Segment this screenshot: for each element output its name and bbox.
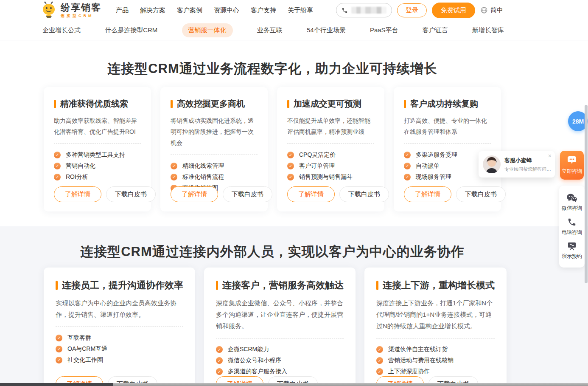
card-connect-customers: 连接客户，营销服务高效触达 深度集成企业微信、公众号、小程序，并整合多个沟通渠道… [204, 268, 356, 386]
bullet-item: ✓社交化工作圈 [56, 356, 183, 364]
bullet-item: ✓标准化销售流程 [171, 173, 258, 181]
card-title: 连接员工，提升沟通协作效率 [62, 279, 183, 292]
nav-item-resources[interactable]: 资源中心 [214, 6, 239, 14]
agent-description: 专业顾问帮您解答问题... [504, 166, 552, 172]
bullet-label: 标准化销售流程 [182, 173, 224, 181]
whitepaper-button[interactable]: 下载白皮书 [456, 186, 506, 202]
check-icon: ✓ [287, 174, 294, 180]
dashed-divider [287, 144, 374, 144]
check-icon: ✓ [216, 346, 223, 353]
subnav-item-business-interconnect[interactable]: 业务互联 [257, 23, 283, 37]
whitepaper-button[interactable]: 下载白皮书 [106, 186, 156, 202]
secondary-nav: 企业增长公式 什么是连接型CRM 营销服一体化 业务互联 54个行业场景 Paa… [0, 20, 588, 40]
bullet-item: ✓精细化线索管理 [171, 162, 258, 170]
detail-button[interactable]: 了解详情 [287, 186, 335, 202]
check-icon: ✓ [287, 163, 294, 169]
bullet-item: ✓多种营销类型工具支持 [54, 151, 141, 159]
bullet-item: ✓微信公众号和小程序 [216, 357, 344, 364]
language-label: 简中 [490, 6, 503, 14]
section2-heading: 连接型CRM通过连接内外部人员，实现以客户为中心的业务协作 [0, 243, 545, 261]
nav-item-support[interactable]: 客户支持 [251, 6, 276, 14]
subnav-item-industry-scenarios[interactable]: 54个行业场景 [307, 23, 346, 37]
bullet-label: 营销活动与费用在线核销 [388, 357, 454, 364]
card-deals: 加速成交更可预测 不仅能提升成单效率，还能智能评估商机赢率，精准预测业绩 ✓CP… [277, 87, 384, 211]
nav-item-about[interactable]: 关于纷享 [288, 6, 313, 14]
bullet-label: 渠道伙伴自主在线订货 [388, 346, 448, 353]
demo-booking-item[interactable]: 演示预约 [562, 241, 582, 260]
section2-cards: 连接员工，提升沟通协作效率 实现以客户为中心的企业内全员高效业务协作，提升销售、… [44, 268, 501, 386]
main-nav: 产品 解决方案 客户案例 资源中心 客户支持 关于纷享 [116, 6, 313, 14]
title-accent-bar [376, 281, 378, 290]
bullet-item: ✓CPQ灵活定价 [287, 151, 374, 159]
dashed-divider [376, 338, 495, 338]
check-icon: ✓ [216, 368, 223, 375]
check-icon: ✓ [56, 335, 62, 341]
consult-now-button[interactable]: 立即咨询 [560, 151, 584, 180]
detail-button[interactable]: 了解详情 [54, 186, 101, 202]
subnav-item-paas[interactable]: PaaS平台 [370, 23, 398, 37]
phone-contact-pill[interactable] [336, 3, 392, 17]
language-switcher[interactable]: 简中 [480, 6, 503, 14]
side-item-label: 微信咨询 [562, 205, 582, 212]
handset-icon [567, 217, 577, 227]
card-connect-employees: 连接员工，提升沟通协作效率 实现以客户为中心的企业内全员高效业务协作，提升销售、… [44, 268, 195, 386]
bullet-item: ✓多渠道服务受理 [404, 151, 491, 159]
title-accent-bar [287, 100, 289, 108]
subnav-item-what-is-crm[interactable]: 什么是连接型CRM [105, 23, 157, 37]
chat-bubble-icon [567, 155, 577, 165]
bullet-label: 多种营销类型工具支持 [66, 151, 125, 159]
side-item-label: 电话咨询 [562, 229, 582, 236]
agent-name: 客服小蜜蜂 [504, 157, 552, 164]
title-accent-bar [404, 100, 406, 108]
check-icon: ✓ [54, 174, 61, 180]
bullet-label: 多渠道服务受理 [416, 151, 457, 159]
title-accent-bar [216, 281, 218, 290]
bullet-label: 多渠道的客户服务接入 [228, 368, 287, 375]
card-description: 深度连接上下游业务，打通1个厂家和N个代理商/经销商的1+N业务连接模式，可通过… [376, 297, 495, 332]
wechat-icon [566, 193, 577, 203]
dashed-divider [56, 327, 183, 327]
check-icon: ✓ [54, 152, 61, 158]
bullet-item: ✓现场服务管理 [404, 173, 491, 181]
horizontal-scrollbar-thumb[interactable] [0, 383, 113, 386]
card-title: 高效挖掘更多商机 [177, 98, 245, 110]
subnav-item-testimonials[interactable]: 客户证言 [423, 23, 448, 37]
brand-name: 纷享销客 [61, 3, 101, 12]
wechat-consult-item[interactable]: 微信咨询 [562, 193, 582, 212]
subnav-item-marketing-sales-service[interactable]: 营销服一体化 [182, 23, 233, 37]
bee-mascot-icon [40, 1, 57, 19]
bullet-label: 社交化工作圈 [67, 356, 103, 364]
agent-avatar [483, 155, 501, 173]
detail-button[interactable]: 了解详情 [171, 186, 218, 202]
card-description: 打造高效、便捷、专业的一体化在线服务管理和体系 [404, 115, 491, 137]
nav-item-solutions[interactable]: 解决方案 [140, 6, 165, 14]
close-icon[interactable]: × [548, 153, 552, 159]
nav-item-products[interactable]: 产品 [116, 6, 129, 14]
brand-logo[interactable]: 纷享销客 连接型CRM [40, 1, 101, 19]
card-description: 深度集成企业微信、公众号、小程序，并整合多个沟通渠道，让企业直连客户，便捷开展营… [216, 297, 344, 332]
card-title: 客户成功持续复购 [410, 98, 478, 110]
card-title: 连接上下游，重构增长模式 [383, 279, 495, 292]
check-icon: ✓ [216, 357, 223, 364]
section1-heading: 连接型CRM通过业务流程数字化，助力企业可持续增长 [0, 60, 545, 78]
bullet-label: OA与CRM互通 [67, 345, 107, 353]
phone-consult-item[interactable]: 电话咨询 [562, 217, 582, 236]
whitepaper-button[interactable]: 下载白皮书 [339, 186, 389, 202]
whitepaper-button[interactable]: 下载白皮书 [223, 186, 272, 202]
detail-button[interactable]: 了解详情 [404, 186, 451, 202]
vertical-scrollbar-thumb[interactable] [585, 105, 588, 283]
bullet-item: ✓渠道伙伴自主在线订货 [376, 346, 495, 353]
title-accent-bar [54, 100, 56, 108]
bullet-label: 客户订单管理 [299, 162, 335, 170]
nav-item-cases[interactable]: 客户案例 [177, 6, 202, 14]
subnav-item-growth-formula[interactable]: 企业增长公式 [42, 23, 81, 37]
side-item-label: 演示预约 [562, 253, 582, 260]
bullet-label: 销售预测与销售漏斗 [299, 173, 353, 181]
bullet-item: ✓营销自动化 [54, 162, 141, 170]
subnav-item-growth-library[interactable]: 新增长智库 [472, 23, 504, 37]
chat-assistant-popup[interactable]: 客服小蜜蜂 专业顾问帮您解答问题... × [479, 151, 555, 178]
card-opportunities: 高效挖掘更多商机 将销售成功实践固化进系统，透明可控的阶段推进，把握每一次机会 … [160, 87, 268, 211]
login-button[interactable]: 登录 [397, 3, 427, 17]
check-icon: ✓ [171, 163, 177, 169]
free-trial-button[interactable]: 免费试用 [432, 3, 475, 18]
